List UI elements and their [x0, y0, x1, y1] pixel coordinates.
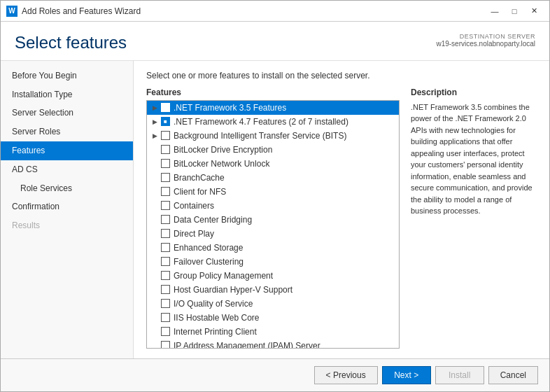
sidebar-item-server-selection[interactable]: Server Selection	[1, 104, 133, 122]
checkbox[interactable]	[161, 103, 170, 112]
feature-label: .NET Framework 4.7 Features (2 of 7 inst…	[174, 117, 348, 127]
next-button[interactable]: Next >	[382, 366, 431, 384]
feature-item[interactable]: Internet Printing Client	[147, 325, 399, 339]
feature-label: Containers	[174, 201, 214, 211]
sidebar-item-confirmation[interactable]: Confirmation	[1, 197, 133, 216]
feature-item[interactable]: Failover Clustering	[147, 255, 399, 269]
feature-label: BranchCache	[174, 173, 225, 183]
feature-label: I/O Quality of Service	[174, 299, 253, 309]
feature-item[interactable]: ▶ Background Intelligent Transfer Servic…	[147, 129, 399, 143]
feature-label: Direct Play	[174, 229, 214, 239]
feature-label: Client for NFS	[174, 187, 226, 197]
sidebar-item-installation-type[interactable]: Installation Type	[1, 85, 133, 104]
checkbox[interactable]	[161, 271, 170, 280]
feature-item[interactable]: IIS Hostable Web Core	[147, 311, 399, 325]
feature-item[interactable]: Group Policy Management	[147, 269, 399, 283]
feature-item[interactable]: BranchCache	[147, 171, 399, 185]
feature-item[interactable]: BitLocker Network Unlock	[147, 157, 399, 171]
checkbox[interactable]	[161, 131, 170, 140]
feature-item[interactable]: Data Center Bridging	[147, 213, 399, 227]
feature-item[interactable]: I/O Quality of Service	[147, 297, 399, 311]
feature-item[interactable]: ▶ .NET Framework 3.5 Features	[147, 101, 399, 115]
feature-label: Data Center Bridging	[174, 215, 252, 225]
main-window: W Add Roles and Features Wizard — □ ✕ Se…	[0, 0, 550, 392]
instruction-text: Select one or more features to install o…	[146, 71, 537, 80]
expand-icon[interactable]: ▶	[150, 131, 160, 141]
app-icon: W	[6, 6, 17, 17]
checkbox[interactable]	[161, 159, 170, 168]
feature-label: IIS Hostable Web Core	[174, 313, 260, 323]
feature-item[interactable]: Containers	[147, 199, 399, 213]
content-area: Select features DESTINATION SERVER w19-s…	[1, 22, 549, 358]
checkbox[interactable]: ■	[161, 117, 170, 126]
sidebar-item-results: Results	[1, 216, 133, 235]
feature-label: .NET Framework 3.5 Features	[174, 103, 286, 113]
previous-button[interactable]: < Previous	[314, 366, 378, 384]
title-bar: W Add Roles and Features Wizard — □ ✕	[1, 1, 549, 22]
sidebar-item-before-you-begin[interactable]: Before You Begin	[1, 66, 133, 85]
description-panel: Description .NET Framework 3.5 combines …	[411, 88, 537, 349]
feature-item[interactable]: Enhanced Storage	[147, 241, 399, 255]
checkbox[interactable]	[161, 229, 170, 238]
cancel-button[interactable]: Cancel	[488, 366, 538, 384]
destination-label: DESTINATION SERVER	[436, 33, 535, 40]
main-body: Before You Begin Installation Type Serve…	[1, 61, 549, 358]
sidebar-item-ad-cs[interactable]: AD CS	[1, 160, 133, 179]
feature-label: IP Address Management (IPAM) Server	[174, 341, 320, 349]
page-title: Select features	[15, 33, 127, 53]
checkbox[interactable]	[161, 313, 170, 322]
checkbox[interactable]	[161, 327, 170, 336]
features-panel: Features ▶ .NET Framework 3.5 Features ▶…	[146, 88, 400, 349]
checkbox[interactable]	[161, 341, 170, 349]
features-label: Features	[146, 88, 400, 97]
feature-item[interactable]: ▶ ■ .NET Framework 4.7 Features (2 of 7 …	[147, 115, 399, 129]
feature-item[interactable]: BitLocker Drive Encryption	[147, 143, 399, 157]
expand-icon[interactable]: ▶	[150, 103, 160, 113]
features-list[interactable]: ▶ .NET Framework 3.5 Features ▶ ■ .NET F…	[146, 100, 400, 349]
install-button[interactable]: Install	[435, 366, 484, 384]
checkbox[interactable]	[161, 243, 170, 252]
expand-icon[interactable]: ▶	[150, 117, 160, 127]
main-content: Select one or more features to install o…	[134, 61, 549, 358]
destination-server-name: w19-services.nolabnoparty.local	[436, 40, 535, 48]
features-container: Features ▶ .NET Framework 3.5 Features ▶…	[146, 88, 537, 349]
description-label: Description	[411, 88, 537, 97]
feature-item[interactable]: IP Address Management (IPAM) Server	[147, 339, 399, 349]
feature-label: BitLocker Network Unlock	[174, 159, 269, 169]
feature-label: Host Guardian Hyper-V Support	[174, 285, 292, 295]
checkbox[interactable]	[161, 201, 170, 210]
checkbox[interactable]	[161, 215, 170, 224]
feature-label: Internet Printing Client	[174, 327, 257, 337]
close-button[interactable]: ✕	[524, 4, 544, 19]
title-bar-left: W Add Roles and Features Wizard	[6, 6, 141, 17]
sidebar: Before You Begin Installation Type Serve…	[1, 61, 134, 358]
sidebar-item-role-services[interactable]: Role Services	[1, 179, 133, 198]
title-bar-controls: — □ ✕	[485, 4, 544, 19]
feature-label: BitLocker Drive Encryption	[174, 145, 272, 155]
feature-label: Enhanced Storage	[174, 243, 243, 253]
feature-label: Background Intelligent Transfer Service …	[174, 131, 346, 141]
maximize-button[interactable]: □	[505, 4, 524, 19]
footer: < Previous Next > Install Cancel	[1, 358, 549, 391]
checkbox[interactable]	[161, 187, 170, 196]
feature-item[interactable]: Client for NFS	[147, 185, 399, 199]
checkbox[interactable]	[161, 285, 170, 294]
checkbox[interactable]	[161, 257, 170, 266]
sidebar-item-server-roles[interactable]: Server Roles	[1, 122, 133, 141]
feature-label: Group Policy Management	[174, 271, 273, 281]
feature-label: Failover Clustering	[174, 257, 244, 267]
minimize-button[interactable]: —	[485, 4, 505, 19]
description-text: .NET Framework 3.5 combines the power of…	[411, 102, 537, 217]
window-title: Add Roles and Features Wizard	[22, 6, 141, 16]
feature-item[interactable]: Host Guardian Hyper-V Support	[147, 283, 399, 297]
checkbox[interactable]	[161, 173, 170, 182]
destination-server-info: DESTINATION SERVER w19-services.nolabnop…	[436, 33, 535, 48]
header-section: Select features DESTINATION SERVER w19-s…	[1, 22, 549, 61]
feature-item[interactable]: Direct Play	[147, 227, 399, 241]
checkbox[interactable]	[161, 299, 170, 308]
sidebar-item-features[interactable]: Features	[1, 141, 133, 160]
checkbox[interactable]	[161, 145, 170, 154]
